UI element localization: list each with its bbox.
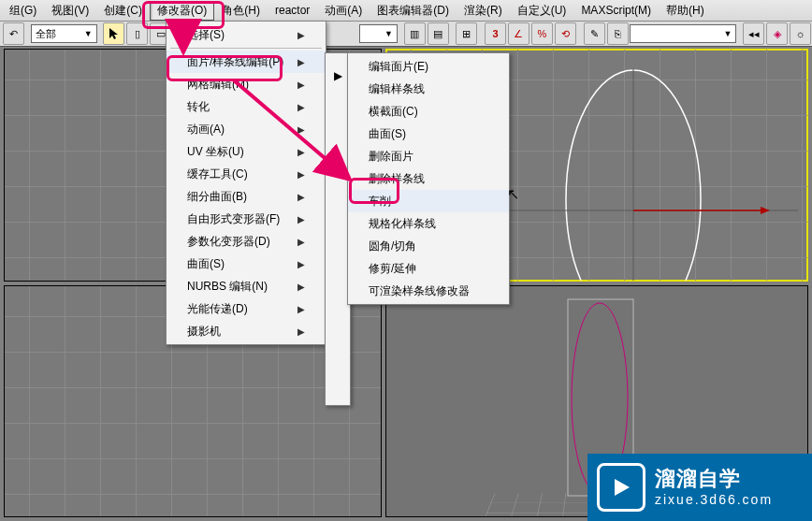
submenu-arrow-icon: ▶ xyxy=(297,282,305,292)
named-sel-sets[interactable]: ✎ xyxy=(584,22,605,45)
modifiers-dropdown: 选择(S)▶ 面片/样条线编辑(P)▶ 网格编辑(M)▶ 转化▶ 动画(A)▶ … xyxy=(166,21,326,345)
badge-subtitle: zixue.3d66.com xyxy=(655,492,773,508)
menu-group[interactable]: 组(G) xyxy=(2,1,44,21)
play-icon xyxy=(597,463,645,512)
modifiers-uv[interactable]: UV 坐标(U)▶ xyxy=(167,140,326,163)
modifiers-conversion[interactable]: 转化▶ xyxy=(167,95,326,118)
submenu-arrow-icon: ▶ xyxy=(297,30,305,40)
modifiers-surface[interactable]: 曲面(S)▶ xyxy=(167,253,326,275)
menu-rendering[interactable]: 渲染(R) xyxy=(457,1,510,21)
mouse-cursor-icon: ↖ xyxy=(507,185,519,203)
modifiers-nurbs[interactable]: NURBS 编辑(N)▶ xyxy=(167,275,326,297)
select-by-name-button[interactable]: ▯ xyxy=(126,22,148,45)
submenu-arrow-icon: ▶ xyxy=(297,259,305,269)
watermark-badge: 溜溜自学 zixue.3d66.com xyxy=(587,454,812,521)
menu-customize[interactable]: 自定义(U) xyxy=(510,1,574,21)
chevron-down-icon: ▼ xyxy=(384,29,393,38)
named-sel-combo[interactable]: ▼ xyxy=(630,24,737,43)
sub-surface[interactable]: 曲面(S) xyxy=(348,123,509,145)
spinner-snap-toggle[interactable]: ⟲ xyxy=(555,22,576,45)
modifiers-parametric-deformers[interactable]: 参数化变形器(D)▶ xyxy=(167,230,326,253)
menu-reactor[interactable]: reactor xyxy=(268,2,317,19)
array-button[interactable]: ⊞ xyxy=(456,22,477,45)
mirror-button[interactable]: ▥ xyxy=(404,22,426,45)
submenu-arrow-icon: ▶ xyxy=(297,304,305,314)
menu-animation[interactable]: 动画(A) xyxy=(317,1,370,21)
menu-create[interactable]: 创建(C) xyxy=(96,1,150,21)
submenu-arrow-icon: ▶ xyxy=(297,57,305,67)
percent-snap-toggle[interactable]: % xyxy=(531,22,553,45)
modifiers-selection[interactable]: 选择(S)▶ xyxy=(167,23,326,46)
toolbar: ↶ 全部 ▼ ▯ ▭ ▼ ▥ ▤ ⊞ 3 ∠ % ⟲ ✎ ⎘ ▼ ◂◂ ◈ ☼ xyxy=(0,22,812,47)
menu-view[interactable]: 视图(V) xyxy=(44,1,96,21)
modifiers-mesh-editing[interactable]: 网格编辑(M)▶ xyxy=(167,73,326,95)
submenu-arrow-icon: ▶ xyxy=(297,124,305,135)
select-tool[interactable] xyxy=(103,22,124,45)
modifiers-cache-tools[interactable]: 缓存工具(C)▶ xyxy=(167,163,326,185)
submenu-arrow-icon: ▶ xyxy=(297,169,305,180)
sub-fillet-chamfer[interactable]: 圆角/切角 xyxy=(348,235,509,257)
material-editor-button[interactable]: ◈ xyxy=(766,22,788,45)
submenu-arrow-icon: ▶ xyxy=(297,192,305,202)
ref-coord-combo[interactable]: ▼ xyxy=(359,24,398,43)
modifiers-cameras[interactable]: 摄影机▶ xyxy=(167,320,326,342)
sub-delete-patch[interactable]: 删除面片 xyxy=(348,145,509,167)
selection-filter-value: 全部 xyxy=(36,27,56,41)
chevron-down-icon: ▼ xyxy=(723,29,732,38)
align-button[interactable]: ▤ xyxy=(428,22,449,45)
sub-lathe[interactable]: 车削 xyxy=(348,190,509,212)
sub-cross-section[interactable]: 横截面(C) xyxy=(348,100,509,123)
chevron-down-icon: ▼ xyxy=(84,29,93,38)
render-setup-button[interactable]: ☼ xyxy=(790,22,811,45)
menu-help[interactable]: 帮助(H) xyxy=(659,1,712,21)
cursor-icon xyxy=(108,27,121,40)
modifiers-subdivision[interactable]: 细分曲面(B)▶ xyxy=(167,185,326,208)
menu-separator xyxy=(170,48,322,49)
badge-title: 溜溜自学 xyxy=(655,467,773,491)
sub-renderable-spline[interactable]: 可渲染样条线修改器 xyxy=(348,280,509,302)
menu-modifiers[interactable]: 修改器(O) xyxy=(150,1,214,21)
named-sel-sets-2[interactable]: ⎘ xyxy=(607,22,629,45)
modifiers-radiosity[interactable]: 光能传递(D)▶ xyxy=(167,297,326,320)
modifiers-ffd[interactable]: 自由形式变形器(F)▶ xyxy=(167,208,326,230)
modifiers-patch-spline[interactable]: 面片/样条线编辑(P)▶ xyxy=(167,51,326,73)
undo-button[interactable]: ↶ xyxy=(3,22,24,45)
menu-maxscript[interactable]: MAXScript(M) xyxy=(573,2,659,19)
sub-edit-spline[interactable]: 编辑样条线 xyxy=(348,78,509,100)
submenu-arrow-icon: ▶ xyxy=(297,214,305,224)
snap-toggle[interactable]: 3 xyxy=(485,22,506,45)
keyframe-prev[interactable]: ◂◂ xyxy=(743,22,764,45)
submenu-arrow-icon: ▶ xyxy=(297,237,305,247)
modifiers-animation[interactable]: 动画(A)▶ xyxy=(167,118,326,140)
sub-trim-extend[interactable]: 修剪/延伸 xyxy=(348,257,509,280)
submenu-arrow-icon: ▶ xyxy=(297,80,305,90)
selection-filter-combo[interactable]: 全部 ▼ xyxy=(31,24,97,43)
submenu-arrow-icon: ▶ xyxy=(297,102,305,112)
submenu-arrow-icon: ▶ xyxy=(297,147,305,157)
sub-normalize-spline[interactable]: 规格化样条线 xyxy=(348,212,509,235)
menu-grapheditors[interactable]: 图表编辑器(D) xyxy=(370,1,457,21)
sub-delete-spline[interactable]: 删除样条线 xyxy=(348,167,509,190)
menubar: 组(G) 视图(V) 创建(C) 修改器(O) 角色(H) reactor 动画… xyxy=(0,0,812,22)
patch-spline-submenu: 编辑面片(E) 编辑样条线 横截面(C) 曲面(S) 删除面片 删除样条线 车削… xyxy=(347,52,510,305)
sub-edit-patch[interactable]: 编辑面片(E) xyxy=(348,55,509,78)
menu-character[interactable]: 角色(H) xyxy=(214,1,268,21)
submenu-arrow-icon: ▶ xyxy=(297,326,305,337)
angle-snap-toggle[interactable]: ∠ xyxy=(508,22,529,45)
